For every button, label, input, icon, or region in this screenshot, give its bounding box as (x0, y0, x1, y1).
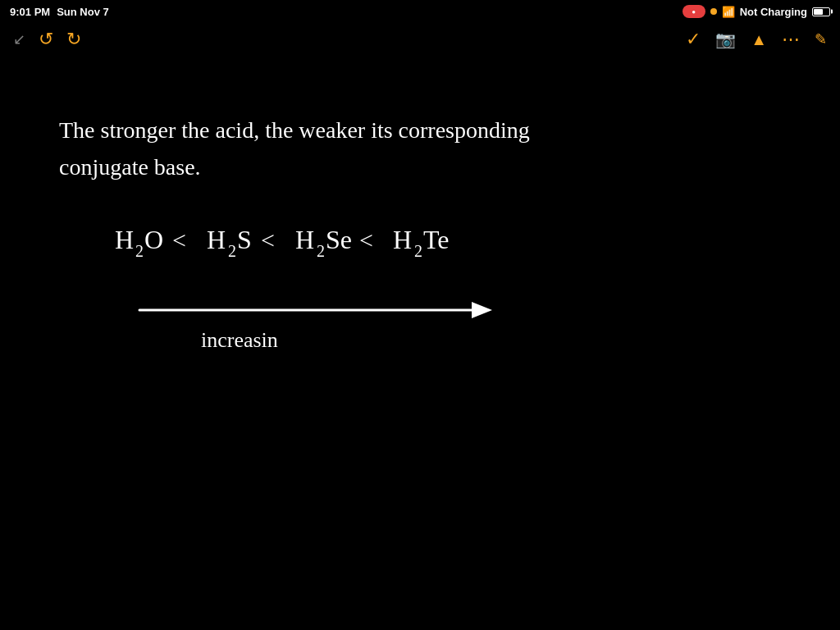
svg-text:<: < (261, 226, 275, 253)
collapse-icon[interactable]: ↙ (13, 30, 25, 48)
svg-text:H: H (207, 225, 226, 254)
status-left: 9:01 PM Sun Nov 7 (10, 6, 109, 18)
status-bar: 9:01 PM Sun Nov 7 ● 📶 Not Charging (0, 0, 840, 23)
marker-icon[interactable]: ▲ (751, 30, 767, 49)
redo-button[interactable]: ↻ (66, 29, 81, 50)
undo-button[interactable]: ↺ (39, 29, 53, 50)
recording-indicator: ● (682, 5, 705, 18)
orange-dot-indicator (710, 8, 717, 15)
svg-text:H: H (115, 225, 134, 254)
canvas-area[interactable]: The stronger the acid, the weaker its co… (0, 56, 840, 630)
svg-text:O: O (144, 225, 163, 254)
handwriting-canvas: The stronger the acid, the weaker its co… (0, 56, 840, 630)
svg-text:Se: Se (326, 225, 352, 254)
svg-text:2: 2 (228, 242, 236, 260)
status-right: ● 📶 Not Charging (682, 5, 830, 18)
svg-text:H: H (393, 225, 412, 254)
svg-text:Te: Te (423, 225, 450, 254)
svg-text:2: 2 (135, 242, 144, 260)
svg-text:2: 2 (414, 242, 422, 260)
battery-indicator (812, 7, 830, 16)
svg-text:H: H (295, 225, 314, 254)
svg-marker-18 (472, 302, 492, 318)
svg-text:increasin: increasin (201, 328, 278, 352)
toolbar-right: ✓ 📷 ▲ ⋯ ✎ (686, 29, 827, 50)
svg-text:conjugate base.: conjugate base. (59, 154, 201, 180)
toolbar-left: ↙ ↺ ↻ (13, 29, 81, 50)
svg-text:S: S (237, 225, 252, 254)
svg-text:<: < (359, 226, 373, 253)
date: Sun Nov 7 (57, 6, 109, 18)
check-icon[interactable]: ✓ (686, 29, 701, 50)
svg-text:<: < (172, 226, 186, 253)
time: 9:01 PM (10, 6, 50, 18)
camera-icon[interactable]: 📷 (715, 30, 736, 49)
wifi-icon: 📶 (722, 6, 735, 18)
edit-icon[interactable]: ✎ (815, 30, 827, 48)
more-icon[interactable]: ⋯ (782, 29, 800, 50)
battery-status-text: Not Charging (740, 6, 807, 18)
svg-text:The stronger the acid, the wea: The stronger the acid, the weaker its co… (59, 117, 530, 143)
svg-text:2: 2 (317, 242, 325, 260)
